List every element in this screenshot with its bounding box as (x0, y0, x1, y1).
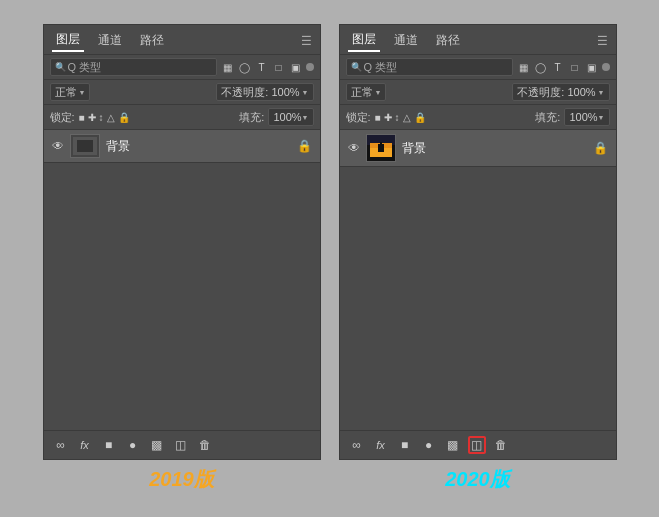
link-icon-2020[interactable]: ∞ (348, 436, 366, 454)
layers-list-2019: 👁 背景 🔒 (44, 130, 320, 430)
svg-rect-7 (378, 144, 384, 152)
lock-icons-2020: ■ ✚ ↕ △ 🔒 (375, 112, 426, 123)
text-icon-2020[interactable]: T (551, 60, 565, 74)
search-box-2020[interactable]: 🔍 Q 类型 (346, 58, 513, 76)
lock-position-icon-2019[interactable]: ✚ (88, 112, 96, 123)
lock-position-icon-2020[interactable]: ✚ (384, 112, 392, 123)
layer-row-2020[interactable]: 👁 背景 (340, 130, 616, 167)
panel-2019: 图层 通道 路径 ☰ 🔍 Q 类型 ▦ ◯ T □ ▣ (43, 24, 321, 460)
panel-2020-header: 图层 通道 路径 ☰ (340, 25, 616, 55)
tab-layers-2020[interactable]: 图层 (348, 29, 380, 52)
tab-paths-2019[interactable]: 路径 (136, 30, 168, 51)
lock-row-2020: 锁定: ■ ✚ ↕ △ 🔒 填充: 100% ▼ (340, 105, 616, 130)
adjustment-icon-2020[interactable]: ■ (396, 436, 414, 454)
tab-channels-2019[interactable]: 通道 (94, 30, 126, 51)
fx-icon-2020[interactable]: fx (372, 436, 390, 454)
toolbar-icons-2019: ▦ ◯ T □ ▣ (221, 60, 314, 74)
mask-icon-2020[interactable]: ● (420, 436, 438, 454)
effect-icon-2020[interactable]: ▣ (585, 60, 599, 74)
layer-name-2020: 背景 (402, 140, 587, 157)
lock-key-icon-2020[interactable]: 🔒 (414, 112, 426, 123)
panel-2019-wrapper: 图层 通道 路径 ☰ 🔍 Q 类型 ▦ ◯ T □ ▣ (43, 24, 321, 493)
blend-dropdown-arrow-2019: ▼ (79, 89, 86, 96)
panel-2019-footer: ∞ fx ■ ● ▩ ◫ 🗑 (44, 430, 320, 459)
fill-value-2020[interactable]: 100% ▼ (564, 108, 609, 126)
blend-mode-2020[interactable]: 正常 ▼ (346, 83, 387, 101)
toolbar-icons-2020: ▦ ◯ T □ ▣ (517, 60, 610, 74)
lock-pixels-icon-2020[interactable]: ■ (375, 112, 381, 123)
layer-lock-icon-2019: 🔒 (297, 139, 312, 153)
panel-2020: 图层 通道 路径 ☰ 🔍 Q 类型 ▦ ◯ T □ ▣ (339, 24, 617, 460)
layer-visibility-icon-2019[interactable]: 👁 (52, 139, 64, 153)
duplicate-icon-2019[interactable]: ◫ (172, 436, 190, 454)
layer-thumbnail-2020 (366, 134, 396, 162)
opacity-arrow-2019: ▼ (302, 89, 309, 96)
fill-value-text-2020: 100% (569, 111, 597, 123)
layer-lock-icon-2020: 🔒 (593, 141, 608, 155)
circle-icon-2020[interactable]: ◯ (534, 60, 548, 74)
lock-key-icon-2019[interactable]: 🔒 (118, 112, 130, 123)
opacity-box-2020[interactable]: 不透明度: 100% ▼ (512, 83, 609, 101)
layer-thumbnail-2019 (70, 134, 100, 158)
fill-arrow-2019: ▼ (302, 114, 309, 121)
adjustment-icon-2019[interactable]: ■ (100, 436, 118, 454)
mask-icon-2019[interactable]: ● (124, 436, 142, 454)
lock-all-icon-2020[interactable]: △ (403, 112, 411, 123)
opacity-label-2020: 不透明度: 100% (517, 85, 595, 100)
main-container: 图层 通道 路径 ☰ 🔍 Q 类型 ▦ ◯ T □ ▣ (43, 24, 617, 493)
panel-menu-icon-2019[interactable]: ☰ (301, 34, 312, 48)
opacity-arrow-2020: ▼ (598, 89, 605, 96)
dot-icon-2020 (602, 63, 610, 71)
lock-artboard-icon-2019[interactable]: ↕ (99, 112, 104, 123)
panel-menu-icon-2020[interactable]: ☰ (597, 34, 608, 48)
lock-row-2019: 锁定: ■ ✚ ↕ △ 🔒 填充: 100% ▼ (44, 105, 320, 130)
layers-list-2020: 👁 背景 (340, 130, 616, 430)
image-icon-2019[interactable]: ▦ (221, 60, 235, 74)
circle-icon-2019[interactable]: ◯ (238, 60, 252, 74)
group-icon-2019[interactable]: ▩ (148, 436, 166, 454)
search-box-2019[interactable]: 🔍 Q 类型 (50, 58, 217, 76)
version-label-2020: 2020版 (445, 466, 510, 493)
lock-icons-2019: ■ ✚ ↕ △ 🔒 (79, 112, 130, 123)
blend-dropdown-arrow-2020: ▼ (375, 89, 382, 96)
effect-icon-2019[interactable]: ▣ (289, 60, 303, 74)
fill-value-2019[interactable]: 100% ▼ (268, 108, 313, 126)
search-label-2020: Q 类型 (364, 60, 398, 75)
fill-arrow-2020: ▼ (598, 114, 605, 121)
new-layer-icon-2020[interactable]: ◫ (468, 436, 486, 454)
shape-icon-2020[interactable]: □ (568, 60, 582, 74)
panel-2019-toolbar: 🔍 Q 类型 ▦ ◯ T □ ▣ (44, 55, 320, 80)
tab-channels-2020[interactable]: 通道 (390, 30, 422, 51)
lock-label-2020: 锁定: (346, 110, 371, 125)
lock-all-icon-2019[interactable]: △ (107, 112, 115, 123)
layer-visibility-icon-2020[interactable]: 👁 (348, 141, 360, 155)
delete-icon-2019[interactable]: 🗑 (196, 436, 214, 454)
blend-mode-label-2020: 正常 (351, 85, 373, 100)
blend-mode-label-2019: 正常 (55, 85, 77, 100)
panel-2020-wrapper: 图层 通道 路径 ☰ 🔍 Q 类型 ▦ ◯ T □ ▣ (339, 24, 617, 493)
search-icon-2019: 🔍 (55, 62, 66, 72)
link-icon-2019[interactable]: ∞ (52, 436, 70, 454)
search-label-2019: Q 类型 (68, 60, 102, 75)
dot-icon-2019 (306, 63, 314, 71)
blend-mode-2019[interactable]: 正常 ▼ (50, 83, 91, 101)
group-icon-2020[interactable]: ▩ (444, 436, 462, 454)
lock-pixels-icon-2019[interactable]: ■ (79, 112, 85, 123)
layer-name-2019: 背景 (106, 138, 291, 155)
tab-layers-2019[interactable]: 图层 (52, 29, 84, 52)
lock-artboard-icon-2020[interactable]: ↕ (395, 112, 400, 123)
image-icon-2020[interactable]: ▦ (517, 60, 531, 74)
delete-icon-2020[interactable]: 🗑 (492, 436, 510, 454)
lock-label-2019: 锁定: (50, 110, 75, 125)
fill-label-2019: 填充: (239, 110, 264, 125)
text-icon-2019[interactable]: T (255, 60, 269, 74)
version-label-2019: 2019版 (149, 466, 214, 493)
tab-paths-2020[interactable]: 路径 (432, 30, 464, 51)
shape-icon-2019[interactable]: □ (272, 60, 286, 74)
svg-rect-2 (77, 140, 93, 152)
opacity-box-2019[interactable]: 不透明度: 100% ▼ (216, 83, 313, 101)
blend-options-2019: 正常 ▼ 不透明度: 100% ▼ (44, 80, 320, 105)
fx-icon-2019[interactable]: fx (76, 436, 94, 454)
layer-row-2019[interactable]: 👁 背景 🔒 (44, 130, 320, 163)
svg-rect-8 (380, 142, 382, 145)
